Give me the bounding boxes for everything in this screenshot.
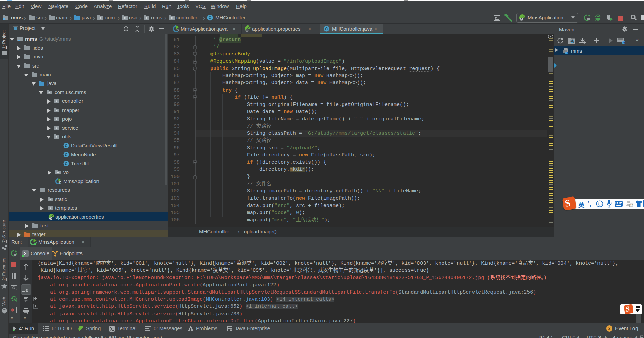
svg-text:m: m (565, 51, 568, 54)
svg-text:m: m (622, 40, 625, 44)
svg-text:C: C (65, 153, 68, 157)
svg-text:C: C (209, 16, 211, 20)
svg-text:C: C (325, 27, 328, 31)
svg-text:C: C (65, 162, 68, 166)
svg-text:C: C (65, 144, 68, 148)
